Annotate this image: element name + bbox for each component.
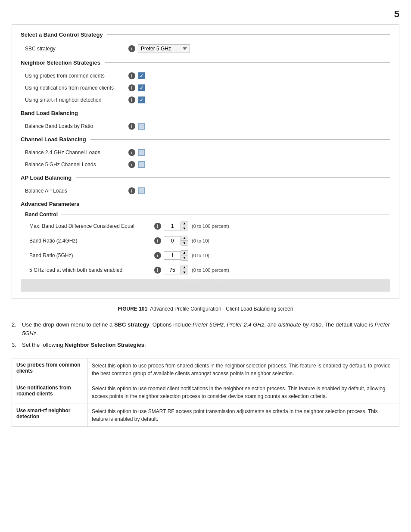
band-ratio-24-decrement[interactable]: ▼ (181, 241, 188, 246)
ap-load-section-title: AP Load Balancing (21, 174, 390, 181)
table-term-2: Use smart-rf neighbor detection (12, 404, 87, 426)
ghz-load-row: 5 GHz load at which both bands enabled i… (21, 263, 390, 277)
band-ratio-5-spinbox-buttons: ▲ ▼ (181, 250, 188, 261)
ghz-load-label: 5 GHz load at which both bands enabled (29, 267, 154, 273)
step2-text2: , and (264, 321, 278, 328)
ghz-load-input[interactable]: 75 (164, 266, 181, 274)
figure-label: FIGURE 101 (118, 306, 148, 312)
band-ratio-24-label: Band Ratio (2.4GHz) (29, 238, 154, 244)
balance-ap-label: Balance AP Loads (25, 188, 128, 194)
balance-ap-checkbox[interactable] (138, 187, 145, 194)
table-row: Use notifications from roamed clientsSel… (12, 381, 399, 404)
main-container: 5 Select a Band Control Strategy SBC str… (12, 9, 399, 427)
using-notifications-label: Using notifications from roamed clients (25, 85, 128, 91)
band-ratio-5-label: Band Ratio (5GHz) (29, 252, 154, 258)
band-ratio-5-range: (0 to 10) (192, 253, 209, 258)
table-row: Use probes from common clientsSelect thi… (12, 358, 399, 381)
step3-bold: Neighbor Selection Strategies (65, 342, 144, 348)
step2-bold: SBC strategy (114, 321, 149, 328)
using-smart-rf-row: Using smart-rf neighbor detection i (21, 94, 390, 106)
figure-caption-text: Advanced Profile Configuration - Client … (149, 306, 293, 312)
sbc-dropdown-container: Prefer 5 GHz Prefer 2.4 GHz distribute-b… (138, 44, 190, 53)
max-band-spinbox: 1 ▲ ▼ (164, 221, 188, 231)
ghz-load-spinbox: 75 ▲ ▼ (164, 265, 188, 275)
max-band-spinbox-buttons: ▲ ▼ (181, 221, 188, 231)
balance-ap-row: Balance AP Loads i (21, 185, 390, 196)
ghz-load-increment[interactable]: ▲ (181, 265, 188, 270)
using-notifications-row: Using notifications from roamed clients … (21, 82, 390, 93)
using-probes-checkbox[interactable] (138, 72, 145, 79)
gray-bar-dots: .......... .......... (183, 283, 228, 288)
balance-band-info-icon[interactable]: i (128, 123, 135, 130)
table-term-0: Use probes from common clients (12, 358, 87, 381)
band-control-section-title: Select a Band Control Strategy (21, 31, 390, 38)
neighbor-section-title: Neighbor Selection Strategies (21, 59, 390, 66)
balance-24-checkbox[interactable] (138, 149, 145, 156)
step2-content: Use the drop-down menu to define a SBC s… (22, 320, 399, 337)
balance-5-checkbox[interactable] (138, 161, 145, 168)
band-ratio-5-increment[interactable]: ▲ (181, 251, 188, 255)
instructions-list: 2. Use the drop-down menu to define a SB… (12, 319, 399, 351)
band-ratio-24-spinbox-buttons: ▲ ▼ (181, 236, 188, 246)
band-ratio-5-decrement[interactable]: ▼ (181, 255, 188, 260)
balance-band-row: Balance Band Loads by Ratio i (21, 121, 390, 132)
table-term-1: Use notifications from roamed clients (12, 381, 87, 404)
ghz-load-info-icon[interactable]: i (154, 267, 161, 274)
step2-number: 2. (12, 320, 22, 337)
band-ratio-5-spinbox: 1 ▲ ▼ (164, 250, 188, 261)
step3-end: : (144, 342, 146, 348)
ghz-load-decrement[interactable]: ▼ (181, 270, 188, 275)
step3-prefix: Set the following (22, 342, 65, 348)
balance-band-checkbox[interactable] (138, 123, 145, 130)
max-band-label: Max. Band Load Difference Considered Equ… (29, 223, 154, 229)
table-desc-2: Select this option to use SMART RF acces… (87, 404, 399, 426)
band-load-section-title: Band Load Balancing (21, 110, 390, 116)
balance-24-label: Balance 2.4 GHz Channel Loads (25, 149, 128, 156)
balance-5-info-icon[interactable]: i (128, 161, 135, 168)
sbc-strategy-select[interactable]: Prefer 5 GHz Prefer 2.4 GHz distribute-b… (138, 44, 190, 53)
using-smart-rf-label: Using smart-rf neighbor detection (25, 97, 128, 103)
band-ratio-5-input[interactable]: 1 (164, 251, 181, 260)
page-number: 5 (12, 9, 399, 20)
ghz-load-range: (0 to 100 percent) (192, 268, 229, 273)
balance-ap-info-icon[interactable]: i (128, 187, 135, 194)
max-band-row: Max. Band Load Difference Considered Equ… (21, 219, 390, 233)
channel-load-section-title: Channel Load Balancing (21, 136, 390, 143)
max-band-decrement[interactable]: ▼ (181, 226, 188, 231)
sbc-info-icon[interactable]: i (128, 45, 135, 52)
balance-5-label: Balance 5 GHz Channel Loads (25, 162, 128, 168)
using-probes-row: Using probes from common clients i (21, 70, 390, 81)
band-ratio-24-input[interactable]: 0 (164, 236, 181, 245)
using-smart-rf-checkbox[interactable] (138, 96, 145, 103)
using-probes-label: Using probes from common clients (25, 73, 128, 79)
gray-bar: .......... .......... (21, 279, 390, 292)
step2-end: . (36, 330, 38, 336)
balance-24-info-icon[interactable]: i (128, 149, 135, 156)
band-ratio-24-range: (0 to 10) (192, 238, 209, 243)
advanced-section-title: Advanced Parameters (21, 201, 390, 207)
band-control-subsection-title: Band Control (21, 212, 390, 218)
instruction-step2: 2. Use the drop-down menu to define a SB… (12, 319, 399, 339)
step3-number: 3. (12, 341, 22, 349)
band-ratio-24-spinbox: 0 ▲ ▼ (164, 236, 188, 246)
band-ratio-24-row: Band Ratio (2.4GHz) i 0 ▲ ▼ (0 to 10) (21, 234, 390, 248)
step2-italic1: Prefer 5GHz, Prefer 2.4 GHz (193, 321, 264, 328)
using-smart-rf-info-icon[interactable]: i (128, 96, 135, 103)
band-ratio-5-info-icon[interactable]: i (154, 252, 161, 259)
max-band-input[interactable]: 1 (164, 222, 181, 230)
ghz-load-spinbox-buttons: ▲ ▼ (181, 265, 188, 275)
using-notifications-checkbox[interactable] (138, 84, 145, 91)
band-ratio-24-increment[interactable]: ▲ (181, 236, 188, 241)
sbc-strategy-label: SBC strategy (25, 46, 128, 52)
band-ratio-24-info-icon[interactable]: i (154, 237, 161, 244)
using-notifications-info-icon[interactable]: i (128, 84, 135, 91)
using-probes-info-icon[interactable]: i (128, 72, 135, 79)
instruction-step3: 3. Set the following Neighbor Selection … (12, 339, 399, 351)
form-panel: Select a Band Control Strategy SBC strat… (12, 24, 399, 299)
max-band-increment[interactable]: ▲ (181, 221, 188, 226)
sbc-strategy-row: SBC strategy i Prefer 5 GHz Prefer 2.4 G… (21, 42, 390, 55)
neighbor-strategies-table: Use probes from common clientsSelect thi… (12, 358, 399, 427)
step3-content: Set the following Neighbor Selection Str… (22, 341, 399, 349)
figure-caption: FIGURE 101 Advanced Profile Configuratio… (12, 306, 399, 312)
max-band-info-icon[interactable]: i (154, 223, 161, 230)
